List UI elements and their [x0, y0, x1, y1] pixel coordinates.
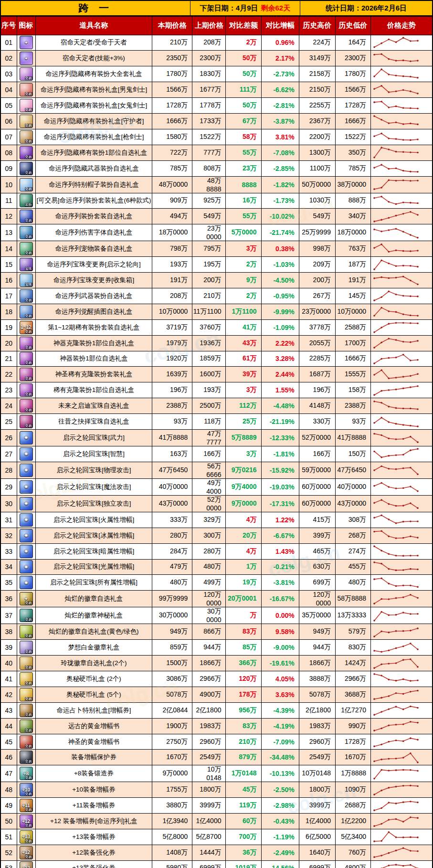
price-change-pct: -1.19% [261, 829, 299, 845]
current-price: 3086万 [152, 671, 192, 687]
table-row[interactable]: 50 +12 交易 +12 装备增幅券[命运序列]礼盒 1亿3940 1亿400… [0, 814, 433, 829]
price-diff: 3万 [226, 446, 261, 462]
table-row[interactable]: 41 交易 奥秘硬币礼盒 (2个) 3086万 2966万 120万 4.05%… [0, 671, 433, 687]
price-trend-sparkline [371, 288, 433, 304]
table-row[interactable]: 21 交易 神器装扮1部位自选礼盒 1920万 1859万 61万 3.28% … [0, 351, 433, 367]
price-diff: 1万 [226, 559, 261, 575]
table-row[interactable]: 02 ✦ 宿命天定者(技能+3%) 2350万 2300万 50万 2.17% … [0, 51, 433, 66]
table-row[interactable]: 20 交易 神器克隆装扮1部位自选礼盒 1979万 1936万 43万 2.22… [0, 335, 433, 351]
item-icon-cell: 交易 [17, 750, 35, 765]
table-row[interactable]: 04 交易 命运序列隐藏稀有装扮礼盒[男鬼剑士] 1566万 1677万 111… [0, 82, 433, 98]
history-low: 888万 [335, 193, 370, 209]
item-icon: 宝珠 [20, 258, 33, 271]
table-row[interactable]: 43 交易 命运占卜特别礼盒[增幅券] 2亿0844 2亿1800 956万 -… [0, 702, 433, 718]
item-icon: 交易 [20, 672, 33, 686]
table-row[interactable]: 32 ✺ 启示之轮回宝珠[冰属性增幅] 280万 300万 20万 -6.67%… [0, 528, 433, 543]
price-diff: 50万 [226, 66, 261, 82]
price-trend-sparkline [371, 702, 433, 718]
table-row[interactable]: 40 交易 玲珑徽章自选礼盒(2个) 1500万 1866万 366万 -19.… [0, 656, 433, 671]
table-row[interactable]: 42 交易 奥秘硬币礼盒 (5个) 5078万 4900万 178万 3.63%… [0, 687, 433, 702]
history-high: 50万0000 [299, 176, 335, 193]
table-row[interactable]: 45 交易 神圣的黄金增幅书 2750万 2960万 210万 -7.09% 2… [0, 734, 433, 750]
previous-price: 300万 [192, 528, 226, 543]
history-high: 1640万 [299, 845, 335, 860]
table-row[interactable]: 09 交易 命运序列隐藏武器装扮自选礼盒 785万 808万 23万 -2.85… [0, 160, 433, 176]
current-price: 909万 [152, 193, 192, 209]
current-price: 99万9999 [152, 591, 192, 607]
trade-badge: 交易 [25, 219, 32, 222]
table-row[interactable]: 07 交易 命运序列隐藏稀有装扮礼盒[枪剑士] 1580万 1522万 58万 … [0, 129, 433, 145]
table-row[interactable]: 34 ✺ 启示之轮回宝珠[光属性增幅] 479万 480万 1万 -0.21% … [0, 559, 433, 575]
table-row[interactable]: 29 ✺ 启示之轮回宝珠[魔法攻击] 40万0000 49万4000 9万400… [0, 478, 433, 495]
item-icon-cell: 1~12 交易 [17, 319, 35, 335]
col-header-9: 价格走势 [371, 16, 433, 35]
table-row[interactable]: 30 ✺ 启示之轮回宝珠[独立攻击] 43万0000 52万0000 9万000… [0, 495, 433, 512]
table-row[interactable]: 53 +13 交易 +13装备强化券 5980万 6999万 1019万 -14… [0, 860, 433, 868]
item-icon: 1~12 交易 [20, 321, 33, 334]
table-row[interactable]: 27 ✺ 启示之轮回宝珠[智慧] 163万 166万 3万 -1.81% 166… [0, 446, 433, 462]
table-row[interactable]: 13 交易 命运序列伤害字体自选礼盒 18万0000 23万0000 5万000… [0, 224, 433, 241]
history-low: 830万 [335, 640, 370, 656]
table-row[interactable]: 22 交易 神圣稀有克隆装扮套装礼盒 1639万 1600万 39万 2.44%… [0, 367, 433, 382]
price-trend-sparkline [371, 209, 433, 224]
table-row[interactable]: 24 交易 未来之启迪宝珠自选礼盒 2388万 2500万 112万 -4.48… [0, 398, 433, 414]
table-row[interactable]: 17 交易 命运序列武器装扮自选礼盒 208万 210万 2万 -0.95% 2… [0, 288, 433, 304]
history-low: 480万 [335, 575, 370, 591]
item-icon-cell: 交易 [17, 414, 35, 430]
table-row[interactable]: 05 交易 命运序列隐藏稀有装扮礼盒[女鬼剑士] 1728万 1778万 50万… [0, 98, 433, 114]
previous-price: 4900万 [192, 687, 226, 702]
item-name: 命运序列隐藏稀有装扮1部位自选礼盒 [35, 145, 152, 160]
table-row[interactable]: 52 +12 交易 +12装备强化券 1408万 1444万 36万 -2.49… [0, 845, 433, 860]
table-row[interactable]: 36 ✦ 交易 灿烂的徽章自选礼盒 99万9999 120万0000 20万00… [0, 591, 433, 607]
table-row[interactable]: 47 +8 交易 +8装备锻造券 9万0000 10万0148 1万0148 -… [0, 765, 433, 782]
table-row[interactable]: 15 宝珠 命运序列宝珠变更券[启示之轮向] 193万 195万 2万 -1.0… [0, 257, 433, 273]
table-row[interactable]: 06 交易 命运序列隐藏稀有装扮礼盒[守护者] 1666万 1733万 67万 … [0, 113, 433, 129]
table-row[interactable]: 37 交易 灿烂的徽章神秘礼盒 30万0000 30万0000 万 0.00% … [0, 607, 433, 624]
current-price: 1500万 [152, 656, 192, 671]
table-row[interactable]: 28 ✺ 启示之轮回宝珠[物理攻击] 47万6450 56万6666 9万021… [0, 462, 433, 478]
table-row[interactable]: 48 +10 交易 +10装备增幅券 1755万 1800万 45万 -2.50… [0, 782, 433, 798]
item-name: 奥秘硬币礼盒 (5个) [35, 687, 152, 702]
current-price: 479万 [152, 559, 192, 575]
table-row[interactable]: 12 交易 命运序列装扮套装自选礼盒 494万 549万 55万 -10.02%… [0, 209, 433, 224]
table-row[interactable]: 25 交易 往昔之抉择宝珠自选礼盒 93万 118万 25万 -21.19% 3… [0, 414, 433, 430]
item-name: 奥秘硬币礼盒 (2个) [35, 671, 152, 687]
table-row[interactable]: 19 1~12 交易 第1~12期稀有装扮套装自选礼盒 3719万 3760万 … [0, 319, 433, 335]
icon-glyph: ✺ [20, 576, 32, 589]
current-price: 494万 [152, 209, 192, 224]
table-row[interactable]: 49 +11 交易 +11装备增幅券 3880万 3999万 119万 -2.9… [0, 798, 433, 814]
item-icon-cell: 宝珠 [17, 257, 35, 273]
table-row[interactable]: 23 交易 稀有克隆装扮1部位自选礼盒 196万 193万 3万 1.55% 1… [0, 382, 433, 398]
price-change-pct: -7.09% [261, 734, 299, 750]
history-low: 1670万 [335, 750, 370, 765]
price-trend-sparkline [371, 495, 433, 512]
table-row[interactable]: 44 交易 远古的黄金增幅书 1900万 1983万 83万 -4.19% 19… [0, 718, 433, 734]
table-row[interactable]: 08 交易 命运序列隐藏稀有装扮1部位自选礼盒 722万 777万 55万 -7… [0, 145, 433, 160]
table-row[interactable]: 26 ✺ 启示之轮回宝珠[武力] 41万8888 47万7777 5万8889 … [0, 429, 433, 446]
table-row[interactable]: 51 +13 交易 +13装备增幅券 5亿8000 5亿8700 700万 -1… [0, 829, 433, 845]
price-diff: 60万 [226, 814, 261, 829]
table-row[interactable]: 16 宝珠 命运序列宝珠变更券[收集箱] 191万 200万 9万 -4.50%… [0, 273, 433, 288]
table-row[interactable]: 10 交易 命运序列特别帽子装扮自选礼盒 48万0000 48万8888 888… [0, 176, 433, 193]
price-diff: 9万0216 [226, 462, 261, 478]
item-icon-cell: 交易 [17, 304, 35, 319]
price-change-pct: -10.13% [261, 765, 299, 782]
table-row[interactable]: 14 交易 命运序列宠物装备自选礼盒 798万 795万 3万 0.38% 99… [0, 241, 433, 257]
table-row[interactable]: 01 ✦ 宿命天定者/受命于天者 210万 208万 2万 0.96% 224万… [0, 35, 433, 51]
table-row[interactable]: 31 ✺ 启示之轮回宝珠[火属性增幅] 333万 329万 4万 1.22% 4… [0, 512, 433, 528]
table-row[interactable]: 35 ✺ 启示之轮回宝珠[所有属性增幅] 480万 499万 19万 -3.81… [0, 575, 433, 591]
table-row[interactable]: 11 装扮 [可交易]命运序列装扮套装礼盒(6种款式) 909万 925万 16… [0, 193, 433, 209]
table-row[interactable]: 38 交易 灿烂的徽章自选礼盒(黄色/绿色) 949万 866万 83万 9.5… [0, 624, 433, 640]
item-name: 启示之轮回宝珠[独立攻击] [35, 495, 152, 512]
current-price: 1639万 [152, 367, 192, 382]
table-row[interactable]: 18 交易 命运序列觉醒插图自选礼盒 10万0000 11万1100 1万110… [0, 304, 433, 319]
table-row[interactable]: 03 交易 命运序列隐藏稀有装扮大全套礼盒 1780万 1830万 50万 -2… [0, 66, 433, 82]
table-row[interactable]: 39 交易 梦想白金徽章礼盒 859万 944万 85万 -9.00% 944万… [0, 640, 433, 656]
table-row[interactable]: 33 ✺ 启示之轮回宝珠[暗属性增幅] 284万 280万 4万 1.43% 4… [0, 543, 433, 559]
history-high: 1030万 [299, 193, 335, 209]
table-row[interactable]: 46 交易 装备增幅保护券 1670万 2549万 879万 -34.48% 2… [0, 750, 433, 765]
history-low: 2300万 [335, 51, 370, 66]
previous-price: 1733万 [192, 113, 226, 129]
previous-price: 866万 [192, 624, 226, 640]
price-diff: 50万 [226, 51, 261, 66]
